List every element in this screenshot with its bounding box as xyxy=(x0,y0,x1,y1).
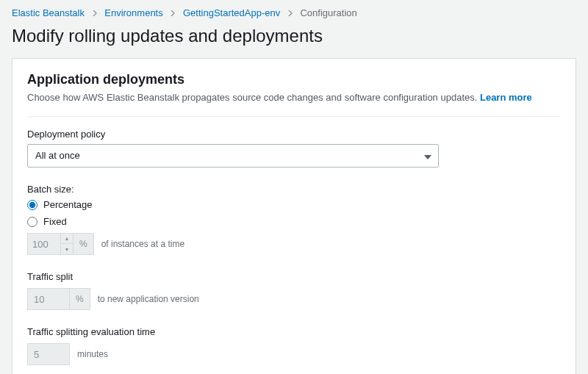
traffic-split-input-row: % to new application version xyxy=(27,288,561,310)
deployment-policy-value[interactable]: All at once xyxy=(27,144,439,168)
chevron-right-icon xyxy=(170,7,176,18)
radio-fixed-label: Fixed xyxy=(43,216,67,227)
traffic-split-field: Traffic split % to new application versi… xyxy=(27,271,561,310)
chevron-right-icon xyxy=(287,7,293,18)
batch-size-input-row: ▲ ▼ % of instances at a time xyxy=(27,233,561,255)
stepper-down-icon[interactable]: ▼ xyxy=(61,244,73,254)
breadcrumb: Elastic Beanstalk Environments GettingSt… xyxy=(0,0,588,23)
section-description-text: Choose how AWS Elastic Beanstalk propaga… xyxy=(27,92,477,103)
batch-size-field: Batch size: Percentage Fixed ▲ ▼ % of in… xyxy=(27,184,561,255)
traffic-split-unit: % xyxy=(69,288,90,310)
radio-percentage-input[interactable] xyxy=(27,200,37,210)
evaluation-time-field: Traffic splitting evaluation time minute… xyxy=(27,326,561,365)
traffic-split-input[interactable] xyxy=(27,288,70,310)
section-title: Application deployments xyxy=(27,72,561,87)
section-description: Choose how AWS Elastic Beanstalk propaga… xyxy=(27,92,561,103)
traffic-split-hint: to new application version xyxy=(98,294,199,304)
learn-more-link[interactable]: Learn more xyxy=(480,92,532,103)
divider xyxy=(27,116,561,117)
breadcrumb-current: Configuration xyxy=(300,7,356,18)
breadcrumb-link-root[interactable]: Elastic Beanstalk xyxy=(12,7,85,18)
evaluation-time-input-row: minutes xyxy=(27,343,561,365)
evaluation-time-label: Traffic splitting evaluation time xyxy=(27,326,561,337)
batch-size-unit: % xyxy=(74,233,94,255)
deployment-policy-label: Deployment policy xyxy=(27,129,561,140)
stepper-buttons: ▲ ▼ xyxy=(60,234,73,254)
evaluation-time-input[interactable] xyxy=(27,343,70,365)
breadcrumb-link-env-name[interactable]: GettingStartedApp-env xyxy=(183,7,280,18)
evaluation-time-hint: minutes xyxy=(77,349,108,359)
batch-size-stepper[interactable]: ▲ ▼ xyxy=(27,233,74,255)
breadcrumb-link-environments[interactable]: Environments xyxy=(104,7,162,18)
deployment-policy-select[interactable]: All at once xyxy=(27,144,439,168)
radio-percentage[interactable]: Percentage xyxy=(27,199,561,210)
batch-size-radio-group: Percentage Fixed xyxy=(27,199,561,227)
traffic-split-label: Traffic split xyxy=(27,271,561,282)
chevron-right-icon xyxy=(92,7,98,18)
batch-size-input[interactable] xyxy=(28,236,60,253)
batch-size-hint: of instances at a time xyxy=(101,239,184,249)
radio-fixed-input[interactable] xyxy=(27,217,37,227)
deployments-panel: Application deployments Choose how AWS E… xyxy=(12,58,576,374)
radio-fixed[interactable]: Fixed xyxy=(27,216,561,227)
deployment-policy-field: Deployment policy All at once xyxy=(27,129,561,168)
radio-percentage-label: Percentage xyxy=(43,199,93,210)
stepper-up-icon[interactable]: ▲ xyxy=(61,234,73,244)
batch-size-label: Batch size: xyxy=(27,184,561,195)
page-title: Modify rolling updates and deployments xyxy=(0,23,588,58)
